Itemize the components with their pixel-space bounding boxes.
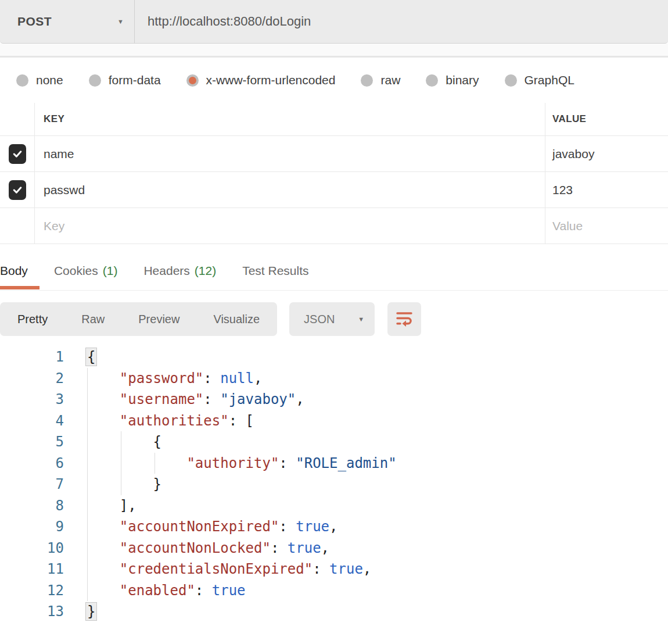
chevron-down-icon: ▼ — [117, 18, 124, 25]
tab-count: (1) — [103, 264, 118, 278]
tab-label: Cookies — [54, 264, 98, 278]
new-value-cell — [545, 208, 668, 244]
radio-icon — [361, 74, 373, 87]
new-row-checkbox-spacer — [0, 208, 35, 244]
header-checkbox-spacer — [0, 103, 35, 135]
line-number: 8 — [0, 498, 64, 514]
radio-label: form-data — [109, 73, 161, 87]
param-row: namejavaboy — [0, 135, 668, 171]
params-header-row: KEY VALUE — [0, 103, 668, 135]
tab-label: Headers — [143, 264, 189, 278]
line-number: 6 — [0, 455, 64, 471]
view-btn-preview[interactable]: Preview — [138, 313, 179, 326]
body-type-radio-row: noneform-datax-www-form-urlencodedrawbin… — [0, 58, 668, 103]
response-body-editor[interactable]: 1{2 "password": null,3 "username": "java… — [0, 346, 668, 622]
code-line-content: } — [64, 603, 96, 620]
view-btn-pretty[interactable]: Pretty — [17, 313, 48, 326]
tab-headers[interactable]: Headers(12) — [143, 255, 216, 287]
tab-cookies[interactable]: Cookies(1) — [54, 255, 118, 287]
code-line-content: "password": null, — [64, 370, 262, 387]
code-line: 6 "authority": "ROLE_admin" — [0, 453, 668, 474]
tab-count: (12) — [195, 264, 216, 278]
line-number: 13 — [0, 603, 64, 620]
code-line: 9 "accountNonExpired": true, — [0, 516, 668, 538]
radio-icon — [505, 74, 517, 87]
line-number: 12 — [0, 582, 64, 599]
body-type-radio-binary[interactable]: binary — [426, 73, 479, 87]
view-btn-visualize[interactable]: Visualize — [213, 313, 260, 326]
body-type-radio-raw[interactable]: raw — [361, 73, 400, 87]
code-line-content: } — [64, 476, 161, 492]
tab-test-results[interactable]: Test Results — [242, 255, 308, 287]
url-input[interactable] — [148, 14, 668, 29]
tab-label: Test Results — [242, 264, 308, 278]
row-checkbox[interactable] — [9, 144, 26, 164]
code-line: 10 "accountNonLocked": true, — [0, 538, 668, 559]
code-line-content: { — [64, 434, 161, 450]
param-row: passwd123 — [0, 171, 668, 207]
line-number: 11 — [0, 561, 64, 577]
view-mode-group: PrettyRawPreviewVisualize — [0, 302, 277, 336]
code-line-content: "authority": "ROLE_admin" — [64, 455, 397, 471]
checkbox-cell — [0, 172, 35, 207]
tab-body[interactable]: Body — [0, 255, 28, 287]
code-line: 7 } — [0, 474, 668, 495]
key-cell[interactable]: passwd — [35, 172, 545, 207]
code-line: 4 "authorities": [ — [0, 410, 668, 432]
request-bar: POST ▼ — [0, 0, 668, 44]
radio-icon — [89, 74, 101, 87]
code-line: 12 "enabled": true — [0, 580, 668, 602]
code-line-content: "username": "javaboy", — [64, 391, 304, 407]
body-type-radio-form-data[interactable]: form-data — [89, 73, 161, 87]
line-number: 2 — [0, 370, 64, 387]
code-line-content: "accountNonExpired": true, — [64, 518, 338, 535]
code-line-content: ], — [64, 498, 137, 514]
value-column-header: VALUE — [545, 103, 668, 135]
row-checkbox[interactable] — [9, 180, 26, 200]
new-key-cell — [35, 208, 545, 244]
code-line: 8 ], — [0, 495, 668, 517]
url-field — [135, 0, 668, 43]
code-line: 2 "password": null, — [0, 368, 668, 389]
language-label: JSON — [304, 313, 358, 326]
radio-label: raw — [380, 73, 400, 87]
line-number: 10 — [0, 540, 64, 556]
code-line: 3 "username": "javaboy", — [0, 389, 668, 410]
wrap-text-button[interactable] — [387, 302, 421, 336]
key-cell[interactable]: name — [35, 136, 545, 171]
body-type-radio-x-www-form-urlencoded[interactable]: x-www-form-urlencoded — [186, 73, 336, 87]
code-line: 5 { — [0, 431, 668, 453]
line-number: 9 — [0, 518, 64, 535]
view-btn-raw[interactable]: Raw — [81, 313, 105, 326]
method-label: POST — [17, 15, 117, 28]
radio-label: none — [36, 73, 63, 87]
line-number: 1 — [0, 349, 64, 365]
line-number: 7 — [0, 476, 64, 492]
body-type-radio-GraphQL[interactable]: GraphQL — [505, 73, 574, 87]
radio-icon — [426, 74, 438, 87]
new-value-input[interactable] — [552, 219, 662, 233]
language-dropdown[interactable]: JSON ▼ — [289, 302, 375, 336]
method-dropdown[interactable]: POST ▼ — [0, 0, 135, 43]
value-cell[interactable]: 123 — [545, 172, 668, 207]
code-line: 11 "credentialsNonExpired": true, — [0, 559, 668, 580]
code-line-content: "authorities": [ — [64, 413, 254, 429]
line-number: 3 — [0, 391, 64, 407]
tab-label: Body — [0, 264, 28, 278]
new-key-input[interactable] — [44, 219, 520, 233]
code-line: 1{ — [0, 346, 668, 368]
request-bar-shadow-strip — [0, 44, 668, 58]
radio-label: GraphQL — [525, 73, 574, 87]
checkbox-cell — [0, 136, 35, 171]
params-table: KEY VALUE namejavaboypasswd123 — [0, 103, 668, 244]
response-tabs: BodyCookies(1)Headers(12)Test Results — [0, 255, 668, 291]
code-line-content: { — [64, 349, 96, 365]
key-column-header: KEY — [35, 103, 545, 135]
code-line: 13} — [0, 601, 668, 622]
radio-label: binary — [446, 73, 479, 87]
value-cell[interactable]: javaboy — [545, 136, 668, 171]
line-number: 4 — [0, 413, 64, 429]
body-type-radio-none[interactable]: none — [16, 73, 63, 87]
code-line-content: "credentialsNonExpired": true, — [64, 561, 371, 577]
wrap-text-icon — [394, 308, 414, 330]
